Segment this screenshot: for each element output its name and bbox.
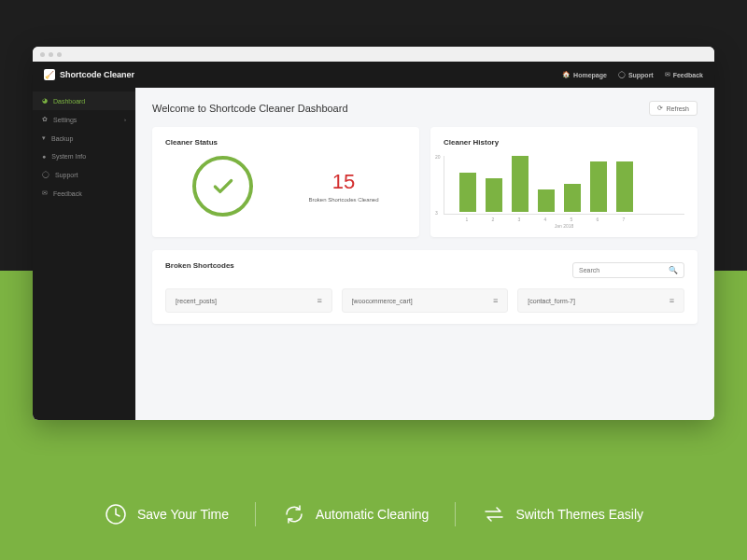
card-title: Broken Shortcodes: [165, 261, 234, 270]
y-tick: 20: [435, 154, 441, 160]
dashboard-icon: ◕: [42, 97, 48, 105]
sidebar-item-label: Settings: [53, 117, 77, 123]
status-label: Broken Shortcodes Cleaned: [308, 197, 378, 203]
page-header: Welcome to Shortcode Cleaner Dashboard ⟳…: [152, 101, 698, 116]
cards-row: Cleaner Status 15 Broken Shortcodes Clea…: [152, 127, 698, 237]
app-body: 🧹 Shortcode Cleaner 🏠 Homepage ◯ Support…: [33, 62, 714, 420]
topbar: 🧹 Shortcode Cleaner 🏠 Homepage ◯ Support…: [33, 62, 714, 88]
chart-bar: [459, 173, 476, 212]
main-content: Welcome to Shortcode Cleaner Dashboard ⟳…: [135, 88, 714, 420]
main-body: ◕ Dashboard ✿ Settings › ▾ Backup ● Syst…: [33, 88, 714, 420]
shortcode-text: [recent_posts]: [176, 298, 217, 304]
support-icon: ◯: [42, 171, 49, 178]
card-title: Cleaner History: [444, 138, 684, 147]
feature-switch: Switch Themes Easily: [455, 502, 669, 526]
sidebar-item-backup[interactable]: ▾ Backup: [33, 129, 135, 147]
x-tick: 5: [563, 217, 580, 222]
homepage-label: Homepage: [573, 72, 607, 78]
list-icon: ≡: [669, 296, 674, 305]
x-axis: 1 2 3 4 5 6 7: [444, 215, 684, 222]
chart-bar: [616, 161, 633, 212]
logo-icon: 🧹: [44, 69, 55, 80]
sidebar-item-dashboard[interactable]: ◕ Dashboard: [33, 91, 135, 110]
app-logo[interactable]: 🧹 Shortcode Cleaner: [44, 69, 134, 80]
app-window: 🧹 Shortcode Cleaner 🏠 Homepage ◯ Support…: [33, 47, 714, 420]
card-title: Cleaner Status: [165, 138, 406, 147]
sidebar-item-feedback[interactable]: ✉ Feedback: [33, 184, 135, 203]
page-title: Welcome to Shortcode Cleaner Dashboard: [152, 103, 348, 114]
chart-bar: [538, 189, 555, 212]
status-body: 15 Broken Shortcodes Cleaned: [165, 156, 406, 217]
x-tick: 7: [615, 217, 632, 222]
chart-bar: [590, 161, 607, 212]
shortcode-item[interactable]: [contact_form-7] ≡: [517, 288, 684, 313]
refresh-icon: ⟳: [657, 105, 663, 112]
app-name: Shortcode Cleaner: [60, 70, 134, 79]
window-titlebar: [33, 47, 714, 62]
cleaner-history-card: Cleaner History 20 3: [430, 127, 698, 237]
chart-area: 20 3: [444, 156, 684, 215]
refresh-button[interactable]: ⟳ Refresh: [649, 101, 698, 116]
feedback-link[interactable]: ✉ Feedback: [665, 71, 703, 78]
search-input[interactable]: [579, 267, 669, 273]
checkmark-icon: [211, 175, 235, 199]
cleaner-status-card: Cleaner Status 15 Broken Shortcodes Clea…: [152, 127, 419, 237]
y-tick: 3: [435, 210, 438, 216]
switch-icon: [482, 502, 506, 526]
backup-icon: ▾: [42, 134, 46, 142]
sidebar-item-settings[interactable]: ✿ Settings ›: [33, 110, 135, 129]
broken-header: Broken Shortcodes 🔍: [165, 261, 684, 279]
x-tick: 3: [511, 217, 528, 222]
broken-shortcodes-card: Broken Shortcodes 🔍 [recent_posts] ≡ [wo…: [152, 250, 698, 324]
sidebar-item-label: Feedback: [53, 190, 82, 197]
refresh-icon: [282, 502, 306, 526]
topbar-links: 🏠 Homepage ◯ Support ✉ Feedback: [562, 71, 703, 78]
sidebar-item-label: Support: [55, 172, 78, 178]
x-tick: 1: [458, 217, 475, 222]
x-axis-title: Jan 2018: [444, 223, 684, 229]
feature-label: Save Your Time: [137, 507, 229, 522]
feedback-label: Feedback: [673, 72, 703, 78]
chart-bar: [486, 178, 502, 212]
sidebar-item-system-info[interactable]: ● System Info: [33, 147, 135, 165]
history-chart: 20 3 1: [444, 156, 684, 226]
support-label: Support: [628, 72, 654, 78]
list-icon: ≡: [493, 296, 498, 305]
shortcode-item[interactable]: [recent_posts] ≡: [165, 288, 332, 313]
feature-auto: Automatic Cleaning: [255, 502, 455, 526]
search-icon: 🔍: [669, 266, 678, 274]
sidebar-item-label: System Info: [51, 153, 86, 160]
window-dot: [40, 52, 45, 57]
feature-label: Automatic Cleaning: [316, 507, 429, 522]
sidebar-item-label: Dashboard: [53, 98, 85, 105]
x-tick: 4: [537, 217, 554, 222]
shortcode-text: [woocommerce_cart]: [352, 298, 413, 304]
sidebar: ◕ Dashboard ✿ Settings › ▾ Backup ● Syst…: [33, 88, 135, 420]
x-tick: 6: [589, 217, 606, 222]
status-count: 15: [308, 170, 378, 194]
support-link[interactable]: ◯ Support: [618, 71, 654, 78]
features-row: Save Your Time Automatic Cleaning Switch…: [0, 502, 747, 526]
refresh-label: Refresh: [666, 105, 689, 112]
feedback-icon: ✉: [42, 189, 48, 197]
list-icon: ≡: [317, 296, 321, 305]
sidebar-item-support[interactable]: ◯ Support: [33, 165, 135, 184]
feature-label: Switch Themes Easily: [515, 507, 643, 522]
window-dot: [57, 52, 62, 57]
status-stat: 15 Broken Shortcodes Cleaned: [308, 170, 378, 203]
sidebar-item-label: Backup: [51, 135, 73, 142]
settings-icon: ✿: [42, 116, 48, 123]
search-box[interactable]: 🔍: [572, 262, 684, 278]
shortcodes-list: [recent_posts] ≡ [woocommerce_cart] ≡ [c…: [165, 288, 684, 313]
shortcode-text: [contact_form-7]: [528, 298, 575, 304]
window-dot: [49, 52, 53, 57]
status-circle: [192, 156, 253, 217]
chart-bar: [512, 156, 529, 212]
clock-icon: [104, 502, 128, 526]
x-tick: 2: [485, 217, 501, 222]
shortcode-item[interactable]: [woocommerce_cart] ≡: [342, 288, 509, 313]
homepage-link[interactable]: 🏠 Homepage: [562, 71, 607, 78]
info-icon: ●: [42, 153, 46, 160]
feature-time: Save Your Time: [78, 502, 255, 526]
chevron-right-icon: ›: [124, 117, 126, 122]
